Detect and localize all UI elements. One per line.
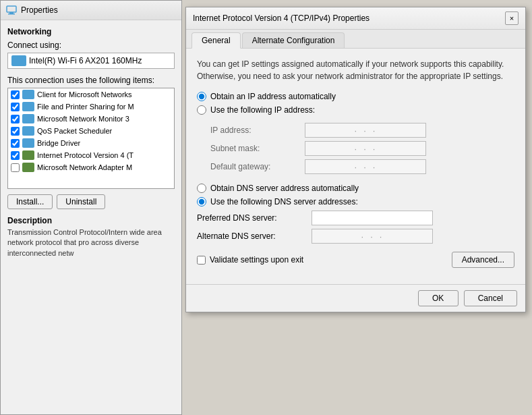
ip-dot-separator: · [363,126,367,136]
dialog-close-button[interactable]: × [505,11,519,25]
list-item[interactable]: File and Printer Sharing for M [8,101,174,113]
obtain-ip-row: Obtain an IP address automatically [197,92,514,101]
advanced-button[interactable]: Advanced... [452,252,514,268]
default-gateway-input[interactable]: · · · [305,159,426,174]
list-item[interactable]: Client for Microsoft Networks [8,88,174,101]
adapter-icon [11,55,26,66]
network-icon-1 [22,90,34,99]
tab-general[interactable]: General [191,32,241,49]
list-item-text-1: Client for Microsoft Networks [37,90,132,99]
network-icon-5 [22,138,34,148]
networking-label: Networking [7,27,175,36]
item-checkbox-1[interactable] [11,90,20,99]
obtain-dns-row: Obtain DNS server address automatically [197,184,514,193]
items-list: Client for Microsoft Networks File and P… [7,88,175,189]
list-item-text-2: File and Printer Sharing for M [37,103,134,111]
cancel-button[interactable]: Cancel [464,290,517,306]
bg-title-text: Properties [21,5,58,15]
monitor-icon-3 [22,114,34,123]
bg-buttons: Install... Uninstall [7,194,175,209]
use-dns-radio[interactable] [197,197,206,206]
subnet-mask-label: Subnet mask: [210,144,305,153]
list-item-text-4: QoS Packet Scheduler [37,127,112,135]
preferred-dns-row: Preferred DNS server: [197,211,514,225]
default-gateway-label: Default gateway: [210,162,305,171]
list-item-text-7: Microsoft Network Adapter M [37,163,132,171]
subnet-mask-input[interactable]: · · · [305,141,426,156]
obtain-dns-radio[interactable] [197,184,206,193]
alt-dns-dot: · [370,231,374,242]
bg-titlebar: Properties [1,1,181,20]
tab-alternate-configuration[interactable]: Alternate Configuration [242,32,345,48]
list-item[interactable]: Microsoft Network Monitor 3 [8,113,174,125]
dialog-footer: OK Cancel [186,284,525,312]
subnet-mask-row: Subnet mask: · · · [210,141,514,156]
use-ip-radio[interactable] [197,105,206,115]
uninstall-button[interactable]: Uninstall [57,194,105,209]
subnet-dot-separator: · [355,144,359,154]
properties-window: Properties Networking Connect using: Int… [0,0,182,415]
obtain-ip-label: Obtain an IP address automatically [210,92,336,101]
ip-dot-separator: · [355,126,359,136]
list-item[interactable]: Bridge Driver [8,137,174,149]
obtain-ip-radio[interactable] [197,92,206,101]
description-text: Transmission Control Protocol/Intern wid… [7,227,175,258]
ip-address-row: IP address: · · · [210,123,514,138]
network-icon-2 [22,102,34,111]
ip-dot-separator: · [373,126,377,136]
ip-address-label: IP address: [210,126,305,135]
ok-button[interactable]: OK [418,290,459,306]
alternate-dns-row: Alternate DNS server: · · · [197,229,514,244]
item-checkbox-5[interactable] [11,139,20,148]
preferred-dns-label: Preferred DNS server: [197,213,312,223]
list-item-text-6: Internet Protocol Version 4 (T [37,151,134,159]
alternate-dns-label: Alternate DNS server: [197,231,312,241]
default-gateway-row: Default gateway: · · · [210,159,514,174]
use-dns-label: Use the following DNS server addresses: [210,197,358,206]
dns-section: Obtain DNS server address automatically … [197,184,514,244]
use-ip-label: Use the following IP address: [210,105,315,115]
svg-rect-0 [7,6,16,12]
item-checkbox-4[interactable] [11,127,20,136]
item-checkbox-7[interactable] [11,163,20,172]
alternate-dns-input[interactable]: · · · [312,229,433,244]
gateway-dot-separator: · [363,162,367,172]
adapter-row: Intel(R) Wi-Fi 6 AX201 160MHz [7,53,175,69]
item-checkbox-2[interactable] [11,103,20,111]
subnet-dot-separator: · [363,144,367,154]
list-item[interactable]: Microsoft Network Adapter M [8,161,174,173]
dialog-body: You can get IP settings assigned automat… [186,49,525,284]
list-item[interactable]: QoS Packet Scheduler [8,125,174,137]
gateway-dot-separator: · [373,162,377,172]
validate-checkbox[interactable] [197,256,206,265]
tcpipv4-dialog: Internet Protocol Version 4 (TCP/IPv4) P… [185,7,526,312]
list-item[interactable]: Internet Protocol Version 4 (T [8,149,174,161]
protocol-icon-7 [22,163,34,172]
item-checkbox-6[interactable] [11,151,20,160]
preferred-dns-input[interactable] [312,211,433,225]
svg-rect-1 [9,12,13,13]
adapter-name: Intel(R) Wi-Fi 6 AX201 160MHz [29,56,142,65]
item-checkbox-3[interactable] [11,115,20,123]
validate-label: Validate settings upon exit [210,255,303,265]
list-item-text-5: Bridge Driver [37,139,80,147]
use-ip-row: Use the following IP address: [197,105,514,115]
install-button[interactable]: Install... [7,194,53,209]
dialog-titlebar: Internet Protocol Version 4 (TCP/IPv4) P… [186,7,525,30]
description-label: Description [7,216,175,225]
connect-using-label: Connect using: [7,40,175,50]
items-label: This connection uses the following items… [7,76,175,85]
dialog-title: Internet Protocol Version 4 (TCP/IPv4) P… [193,13,370,23]
ip-fields: IP address: · · · Subnet mask: · · · Def… [210,123,514,174]
dialog-tabs: General Alternate Configuration [186,30,525,49]
gateway-dot-separator: · [355,162,359,172]
network-icon [6,5,17,16]
list-item-text-3: Microsoft Network Monitor 3 [37,115,129,123]
alt-dns-dot: · [380,231,384,242]
validate-advanced-row: Validate settings upon exit Advanced... [197,252,514,268]
svg-rect-2 [8,13,15,15]
info-text: You can get IP settings assigned automat… [197,58,514,82]
ip-address-input[interactable]: · · · [305,123,426,138]
ip-radio-group: Obtain an IP address automatically Use t… [197,92,514,115]
network-icon-4 [22,126,34,136]
